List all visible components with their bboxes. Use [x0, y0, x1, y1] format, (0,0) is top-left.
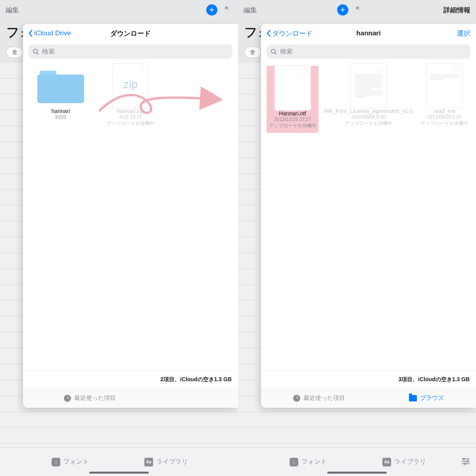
svg-point-4 — [464, 463, 466, 464]
item-sub: 2011/08/29 1:05 — [427, 114, 462, 121]
details-label[interactable]: 詳細情報 — [443, 6, 470, 15]
bottom-tab-library[interactable]: ライブラリ — [144, 458, 188, 466]
back-label: iCloud Drive — [34, 29, 71, 37]
tab-label: ブラウズ — [420, 394, 444, 402]
background-chip[interactable]: 全 — [6, 47, 23, 58]
search-icon — [271, 48, 277, 55]
files-sheet-left: iCloud Drive ダウンロード hannari 3項目 — [23, 24, 238, 408]
svg-point-0 — [33, 49, 37, 53]
cloud-icon — [138, 65, 147, 73]
back-label: ダウンロード — [272, 29, 313, 38]
clock-icon — [64, 395, 71, 402]
select-button[interactable]: 選択 — [457, 29, 470, 38]
back-button[interactable]: ダウンロード — [267, 29, 313, 38]
library-icon — [144, 458, 153, 466]
sliders-icon[interactable] — [461, 457, 470, 467]
item-sub2: アップロードを待機中 — [107, 121, 154, 127]
back-button[interactable]: iCloud Drive — [29, 29, 71, 37]
search-input[interactable] — [42, 48, 228, 55]
item-sub2: アップロードを待機中 — [420, 121, 468, 127]
file-item[interactable]: read_me 2011/08/29 1:05 アップロードを待機中 — [418, 66, 470, 133]
files-sheet-right: ダウンロード hannari 選択 Hannari.otf 2012/12 — [261, 24, 476, 408]
bottom-tab-library[interactable]: ライブラリ — [382, 458, 426, 466]
item-name: Hannari.otf — [279, 110, 306, 117]
cloud-icon — [452, 65, 461, 73]
item-sub: 3項目 — [55, 114, 67, 121]
edit-button[interactable]: 編集 — [244, 6, 257, 15]
document-icon — [426, 63, 463, 108]
file-item[interactable]: IPA_Font_License_Agreement_v1.0 2010/08/… — [324, 66, 413, 133]
sheet-tabbar: 最近使った項目 — [23, 388, 238, 408]
folder-item[interactable]: hannari 3項目 — [29, 66, 93, 127]
download-icon: ↓ — [290, 458, 298, 466]
tab-recent[interactable]: 最近使った項目 — [64, 394, 116, 402]
sheet-header: ダウンロード hannari 選択 — [261, 24, 476, 43]
sheet-tabbar: 最近使った項目 ブラウズ — [261, 388, 476, 408]
item-name: IPA_Font_License_Agreement_v1.0 — [324, 108, 413, 114]
home-indicator — [327, 472, 387, 474]
edit-button[interactable]: 編集 — [6, 6, 19, 15]
search-icon — [33, 48, 39, 55]
add-button[interactable]: + — [206, 4, 217, 15]
item-name: hannari.zip — [117, 108, 144, 114]
search-bar[interactable] — [29, 44, 232, 59]
clock-icon — [293, 395, 300, 402]
zip-item[interactable]: zip hannari.zip 今日 19:21 アップロードを待機中 — [98, 66, 163, 127]
bottom-tab-label: フォント — [63, 458, 89, 466]
document-icon — [350, 63, 387, 108]
item-sub2: アップロードを待機中 — [345, 121, 392, 127]
home-indicator — [89, 472, 149, 474]
item-name: read_me — [434, 108, 455, 114]
item-sub: 2012/12/25 23:27 — [274, 117, 311, 123]
background-chip[interactable]: 全 — [244, 47, 261, 58]
library-icon — [382, 458, 391, 466]
expand-icon[interactable] — [225, 6, 232, 14]
folder-icon — [409, 395, 417, 401]
svg-point-2 — [463, 458, 464, 460]
tab-label: 最近使った項目 — [74, 394, 116, 402]
file-grid: Hannari.otf 2012/12/25 23:27 アップロードを待機中 … — [261, 63, 476, 370]
zip-label-annotation: zip — [123, 78, 138, 91]
bottom-tab-label: ライブラリ — [156, 458, 188, 466]
screen-left: 編集 + フォ 全 iCloud Drive ダウンロード — [0, 0, 238, 476]
bottom-tab-fonts[interactable]: ↓ フォント — [290, 458, 327, 466]
document-icon — [274, 65, 311, 111]
bottom-tab-label: ライブラリ — [394, 458, 426, 466]
bottom-tab-label: フォント — [301, 458, 327, 466]
storage-status: 2項目、iCloudの空き1.3 GB — [23, 370, 238, 388]
background-topbar: 編集 + — [0, 0, 238, 20]
file-item-highlighted[interactable]: Hannari.otf 2012/12/25 23:27 アップロードを待機中 — [267, 66, 319, 133]
item-sub: 今日 19:21 — [119, 114, 142, 121]
item-sub: 2010/08/09 0:00 — [351, 114, 386, 121]
storage-status: 3項目、iCloudの空き1.3 GB — [261, 370, 476, 388]
item-sub2: アップロードを待機中 — [269, 123, 317, 129]
svg-point-3 — [467, 461, 468, 462]
search-bar[interactable] — [267, 44, 470, 59]
tab-browse[interactable]: ブラウズ — [409, 394, 444, 402]
background-topbar: 編集 + 詳細情報 — [238, 0, 476, 20]
add-button[interactable]: + — [337, 4, 348, 15]
item-name: hannari — [52, 108, 70, 114]
download-icon: ↓ — [52, 458, 60, 466]
search-input[interactable] — [280, 48, 466, 55]
file-grid: hannari 3項目 zip hannari.zip 今日 19:21 — [23, 63, 238, 370]
folder-icon — [37, 68, 84, 103]
bottom-tab-fonts[interactable]: ↓ フォント — [52, 458, 89, 466]
cloud-icon — [376, 65, 385, 73]
expand-icon[interactable] — [355, 6, 363, 14]
svg-point-1 — [271, 49, 275, 53]
tab-recent[interactable]: 最近使った項目 — [293, 394, 345, 402]
tab-label: 最近使った項目 — [303, 394, 345, 402]
screen-right: 編集 + 詳細情報 フォ 全 ダウンロード hannari 選択 — [238, 0, 476, 476]
cloud-icon — [300, 67, 309, 75]
sheet-header: iCloud Drive ダウンロード — [23, 24, 238, 43]
